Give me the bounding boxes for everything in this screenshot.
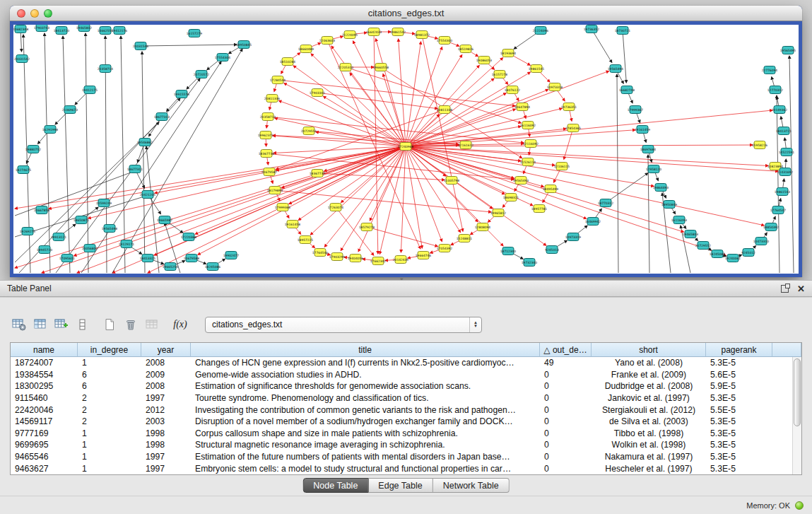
graph-node[interactable]: 20031542 bbox=[14, 55, 30, 63]
graph-node[interactable]: 20682348 bbox=[13, 25, 28, 33]
graph-node[interactable]: 17284544 bbox=[270, 76, 286, 84]
graph-node[interactable]: 19880752 bbox=[25, 146, 42, 153]
table-row[interactable]: 2242004622012Investigating the contribut… bbox=[11, 404, 792, 416]
graph-node[interactable]: 9245013 bbox=[545, 246, 559, 254]
graph-node[interactable]: 19965812 bbox=[490, 209, 507, 217]
graph-node[interactable]: 19465802 bbox=[76, 25, 93, 32]
function-builder-icon[interactable]: f(x) bbox=[170, 315, 191, 334]
graph-node[interactable]: 18854392 bbox=[763, 223, 779, 231]
graph-node[interactable]: 19913121 bbox=[51, 233, 67, 241]
graph-node[interactable]: 17999367 bbox=[628, 106, 644, 114]
graph-node[interactable]: 20421205 bbox=[140, 191, 156, 199]
graph-node[interactable]: 18495499 bbox=[543, 185, 559, 193]
graph-node[interactable]: 22205310 bbox=[338, 64, 354, 71]
graph-node[interactable]: 21224095 bbox=[342, 31, 358, 39]
graph-node[interactable]: 19915576 bbox=[174, 90, 190, 98]
graph-node[interactable]: 17999366 bbox=[275, 204, 291, 211]
window-titlebar[interactable]: citations_edges.txt bbox=[10, 6, 802, 21]
graph-node[interactable]: 12106115 bbox=[554, 163, 570, 170]
new-page-icon[interactable] bbox=[100, 315, 119, 334]
graph-node[interactable]: 16116092 bbox=[520, 122, 536, 129]
graph-node[interactable]: 18712340 bbox=[500, 247, 517, 255]
graph-node[interactable]: 16157278 bbox=[492, 71, 508, 78]
graph-node[interactable]: 19412176 bbox=[112, 27, 128, 35]
graph-node[interactable]: 19565493 bbox=[513, 177, 529, 185]
table-mode-icon[interactable] bbox=[10, 315, 28, 334]
graph-node[interactable]: 19861543 bbox=[775, 188, 791, 196]
scrollbar-thumb[interactable] bbox=[794, 358, 801, 426]
graph-node[interactable]: 17764547 bbox=[770, 206, 787, 214]
graph-node[interactable]: 19665254 bbox=[163, 263, 179, 271]
graph-node[interactable]: 17240968 bbox=[398, 143, 414, 151]
graph-node[interactable]: 19902477 bbox=[223, 252, 240, 259]
row-selector-icon[interactable] bbox=[73, 315, 92, 334]
graph-node[interactable]: 12808094 bbox=[475, 223, 491, 231]
graph-node[interactable]: 19962371 bbox=[258, 132, 274, 139]
graph-node[interactable]: 16682748 bbox=[619, 86, 635, 94]
graph-node[interactable]: 18660489 bbox=[298, 45, 314, 53]
graph-node[interactable]: 19161459 bbox=[635, 126, 651, 134]
column-header-in_degree[interactable]: in_degree bbox=[78, 343, 141, 357]
tab-node-table[interactable]: Node Table bbox=[302, 478, 368, 493]
graph-node[interactable]: 19660558 bbox=[373, 64, 389, 71]
graph-node[interactable]: 20599249 bbox=[96, 199, 112, 207]
column-header-pagerank[interactable]: pagerank bbox=[706, 343, 772, 357]
graph-node[interactable]: 16291998 bbox=[42, 126, 59, 134]
graph-node[interactable]: 18413720 bbox=[54, 27, 70, 35]
graph-node[interactable]: 15248811 bbox=[457, 235, 473, 243]
graph-node[interactable]: 17220368 bbox=[181, 233, 197, 241]
network-view[interactable]: 1724096818510284172845442081133620358713… bbox=[13, 25, 799, 274]
column-header-short[interactable]: short bbox=[592, 343, 706, 357]
graph-node[interactable]: 18367736 bbox=[259, 150, 275, 158]
trash-icon[interactable] bbox=[122, 315, 140, 334]
graph-node[interactable]: 17903743 bbox=[34, 25, 50, 32]
graph-node[interactable]: 19565495 bbox=[780, 47, 796, 54]
graph-node[interactable]: 17554300 bbox=[437, 37, 453, 45]
graph-node[interactable]: 20811336 bbox=[264, 95, 281, 103]
table-row[interactable]: 1830029562008Estimation of significance … bbox=[11, 380, 792, 392]
graph-node[interactable]: 18730721 bbox=[615, 27, 631, 35]
graph-node[interactable]: 18179893 bbox=[267, 187, 283, 194]
table-row[interactable]: 911546021997Tourette syndrome. Phenomeno… bbox=[11, 392, 792, 404]
graph-node[interactable]: 12958120 bbox=[646, 165, 662, 173]
graph-node[interactable]: 17764546 bbox=[312, 249, 329, 257]
graph-node[interactable]: 19086053 bbox=[476, 57, 493, 64]
graph-node[interactable]: 12161612 bbox=[458, 141, 474, 149]
close-button[interactable] bbox=[17, 9, 25, 18]
graph-node[interactable]: 10473310 bbox=[753, 238, 770, 245]
graph-node[interactable]: 20056807 bbox=[82, 245, 98, 252]
graph-node[interactable]: 18957781 bbox=[531, 205, 548, 213]
graph-node[interactable]: 14522591 bbox=[779, 148, 795, 156]
graph-node[interactable]: 18579278 bbox=[359, 223, 375, 231]
graph-node[interactable]: 19465803 bbox=[683, 230, 699, 238]
graph-node[interactable]: 19736352 bbox=[584, 25, 600, 33]
graph-node[interactable]: 16642433 bbox=[366, 28, 382, 36]
zoom-button[interactable] bbox=[44, 9, 52, 18]
graph-node[interactable]: 11526114 bbox=[520, 158, 536, 166]
graph-node[interactable]: 20679587 bbox=[261, 168, 278, 176]
table-row[interactable]: 1456911722003Disruption of a novel membe… bbox=[11, 416, 792, 428]
graph-node[interactable]: 18413325 bbox=[140, 255, 156, 262]
graph-node[interactable]: 20667858 bbox=[34, 206, 50, 214]
graph-node[interactable]: 18367737 bbox=[310, 170, 326, 177]
graph-node[interactable]: 18193694 bbox=[500, 49, 517, 57]
graph-node[interactable]: 10973318 bbox=[547, 83, 563, 91]
graph-node[interactable]: 20031546 bbox=[133, 42, 149, 50]
graph-node[interactable]: 18510284 bbox=[280, 58, 296, 66]
graph-node[interactable]: 19864493 bbox=[653, 184, 669, 192]
graph-node[interactable]: 18950845 bbox=[236, 41, 252, 49]
tab-network-table[interactable]: Network Table bbox=[433, 478, 510, 493]
graph-node[interactable]: 10973319 bbox=[565, 233, 582, 241]
graph-node[interactable]: 20358713 bbox=[260, 113, 276, 121]
graph-node[interactable]: 19565494 bbox=[608, 65, 624, 73]
network-canvas[interactable]: 1724096818510284172845442081133620358713… bbox=[13, 25, 799, 274]
graph-node[interactable]: 10647894 bbox=[514, 103, 531, 111]
graph-node[interactable]: 19732340 bbox=[522, 259, 538, 267]
graph-node[interactable]: 20142439 bbox=[393, 256, 409, 264]
graph-node[interactable]: 15958226 bbox=[752, 141, 768, 149]
graph-node[interactable]: 18245087 bbox=[710, 250, 726, 258]
graph-node[interactable]: 17903301 bbox=[310, 89, 326, 97]
graph-node[interactable]: 16469942 bbox=[585, 218, 601, 226]
graph-node[interactable]: 18697684 bbox=[640, 146, 657, 153]
graph-node[interactable]: 16157279 bbox=[187, 30, 203, 37]
